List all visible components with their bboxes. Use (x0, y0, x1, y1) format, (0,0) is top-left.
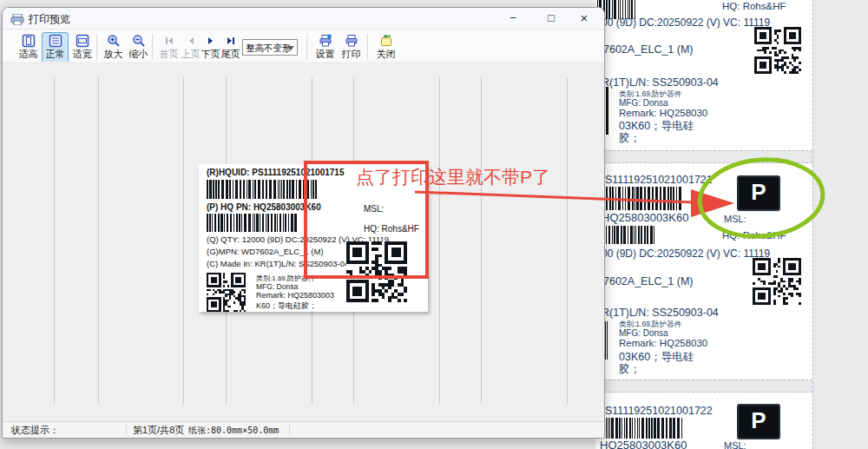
paper-info: 纸张:80.0mm×50.0mm (188, 425, 279, 437)
bg-mfg-text: MFG: Donsa (619, 98, 668, 108)
zoom-out-button[interactable]: 缩小 (125, 32, 152, 63)
bg-dc-line: 00 (9D) DC:20250922 (V) VC: 11119 (602, 248, 770, 260)
barcode (606, 226, 654, 244)
page-separator-line (54, 77, 55, 404)
bg-hq-rohs-text: HQ: Rohs&HF (722, 230, 786, 241)
label-remark-line2: K60；导电硅胶； (256, 300, 317, 312)
zoom-out-icon (126, 34, 151, 49)
label-remark-line1: Remark: HQ25803003 (256, 291, 334, 300)
label-boundary-dashed (812, 0, 813, 449)
last-page-icon (218, 34, 243, 49)
button-label: 打印 (339, 49, 364, 60)
barcode (606, 418, 682, 439)
exit-icon (373, 34, 398, 49)
page-separator-line (439, 77, 440, 404)
bg-remark-line1: Remark: HQ258030 (619, 108, 707, 118)
qr-code (346, 241, 407, 302)
status-label: 状态提示： (11, 424, 59, 437)
scale-mode-value: 整高不变形 (246, 43, 292, 53)
button-label: 正常 (43, 49, 68, 60)
normal-view-button[interactable]: 正常 (42, 32, 69, 63)
zoom-in-button[interactable]: 放大 (100, 32, 127, 63)
fit-height-icon (16, 34, 41, 49)
toolbar-separator (367, 34, 368, 60)
bg-lot-line: R(1T)L/N: SS250903-04 (602, 76, 719, 89)
zoom-in-icon (101, 34, 126, 49)
minimize-button[interactable]: − (498, 8, 528, 29)
qr-code (207, 273, 246, 312)
last-page-button[interactable]: 尾页 (217, 32, 244, 63)
button-label: 放大 (101, 49, 126, 60)
label-hquid-text: (R)HQUID: PS11119251021001715 (207, 168, 344, 177)
page-separator-line (481, 77, 482, 404)
button-label: 缩小 (126, 49, 151, 60)
fit-width-button[interactable]: 适宽 (69, 32, 95, 63)
statusbar-divider (126, 424, 127, 436)
printer-settings-icon (312, 34, 338, 49)
bg-mfg-text: MFG: Donsa (619, 328, 668, 338)
fit-width-icon (69, 34, 95, 49)
button-label: 适宽 (69, 49, 95, 60)
maximize-button[interactable]: □ (536, 8, 566, 29)
print-button[interactable]: 打印 (338, 32, 365, 63)
toolbar: 适高 正常 适宽 放大 缩小 首页 上页 下页 (3, 29, 604, 65)
barcode (606, 187, 682, 210)
bg-hq-rohs-text: HQ: Rohs&HF (722, 1, 786, 11)
label-gap (595, 380, 812, 393)
page-separator-line (567, 77, 568, 404)
label-madein-text: (C) Made In: KR(1T)L/N: SS250903-04 (207, 259, 349, 268)
label-mfg-text: MFG: Donsa (256, 282, 298, 291)
close-button[interactable]: × (569, 8, 599, 29)
toolbar-separator (152, 34, 153, 60)
bg-remark-line1: Remark: HQ258030 (619, 338, 707, 348)
page-separator-line (183, 77, 184, 404)
label-preview-page: (R)HQUID: PS11119251021001715 (P) HQ PN:… (199, 164, 428, 312)
bg-remark-line3: 胶； (619, 131, 641, 146)
button-label: 适高 (16, 49, 41, 60)
scale-mode-select[interactable]: 整高不变形 (242, 39, 298, 56)
bg-msl-text: MSL: (724, 214, 746, 224)
barcode (207, 180, 318, 199)
p-badge: P (737, 175, 780, 211)
label-gap (595, 150, 812, 163)
chevron-down-icon (287, 46, 294, 50)
label-msl-text: MSL: (364, 204, 384, 214)
bg-lot-line: R(1T)L/N: SS250903-04 (602, 307, 719, 319)
fit-height-button[interactable]: 适高 (15, 32, 42, 63)
bg-serial-text: S11119251021001721 (605, 174, 713, 186)
page-info: 第1页/共8页 (133, 424, 184, 437)
button-label: 尾页 (218, 49, 243, 60)
bg-mpn-text: 7602A_ELC_1 (M) (603, 43, 694, 56)
statusbar-divider (289, 424, 290, 436)
qr-code (753, 258, 801, 305)
qr-code (754, 27, 801, 74)
print-icon (339, 34, 364, 49)
label-pn-text: (P) HQ PN: HQ25803003K60 (207, 202, 321, 212)
button-label: 关闭 (373, 49, 398, 60)
toolbar-separator (306, 34, 307, 60)
print-preview-window: 打印预览 − □ × 适高 正常 适宽 放大 缩小 首页 (2, 7, 605, 439)
window-title: 打印预览 (29, 12, 70, 27)
toolbar-separator (96, 34, 97, 60)
bg-serial-text: S11119251021001722 (605, 405, 713, 417)
titlebar: 打印预览 − □ × (3, 8, 604, 29)
preview-canvas: (R)HQUID: PS11119251021001715 (P) HQ PN:… (3, 62, 604, 424)
normal-view-icon (43, 34, 68, 49)
bg-pn-text: HQ25803003K60 (600, 439, 687, 449)
statusbar: 状态提示： 第1页/共8页 纸张:80.0mm×50.0mm (3, 421, 604, 438)
p-badge: P (737, 404, 780, 439)
close-preview-button[interactable]: 关闭 (372, 32, 399, 63)
label-mpn-text: (G)MPN: WD7602A_ELC_1 (M) (207, 247, 324, 256)
page-separator-line (98, 77, 99, 404)
settings-button[interactable]: 设置 (312, 32, 339, 63)
label-hq-rohs-text: HQ: Rohs&HF (364, 224, 419, 234)
bg-msl-text: MSL: (724, 440, 746, 449)
button-label: 设置 (312, 49, 338, 60)
bg-mpn-text: 7602A_ELC_1 (M) (603, 275, 694, 287)
bg-pn-text: HQ25803003K60 (602, 211, 688, 224)
bg-dc-line: 00 (9D) DC:20250922 (V) VC: 11119 (602, 17, 770, 29)
printer-icon (10, 13, 24, 29)
bg-remark-line3: 胶； (619, 362, 641, 377)
barcode (207, 214, 297, 232)
